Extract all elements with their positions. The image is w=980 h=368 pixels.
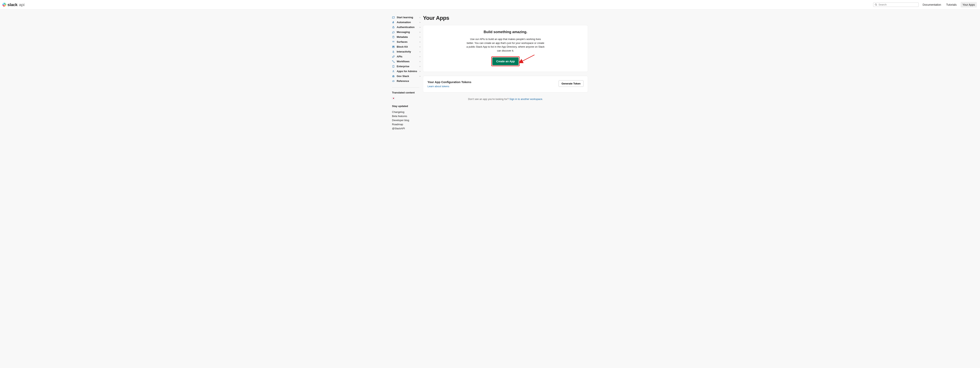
top-header: slack api Documentation Tutorials Your A… (0, 0, 980, 10)
sidebar-item-label: Block Kit (397, 45, 408, 48)
svg-point-5 (392, 41, 393, 41)
header-right-group: Documentation Tutorials Your Apps (873, 2, 977, 8)
sidebar-item-workflows[interactable]: Workflows▸ (392, 59, 420, 64)
annotation-arrow-icon (520, 54, 535, 64)
sidebar-item-label: Automation (397, 21, 411, 24)
signin-workspace-link[interactable]: Sign in to another workspace (509, 98, 542, 100)
doc-icon (392, 36, 395, 38)
signin-prefix-text: Don't see an app you're looking for? (468, 98, 509, 100)
hero-description: Use our APIs to build an app that makes … (466, 37, 545, 52)
blocks-icon (392, 46, 395, 48)
sidebar-item-authentication[interactable]: Authentication▸ (392, 25, 420, 30)
chevron-right-icon: ▸ (420, 51, 421, 53)
sidebar-item-interactivity[interactable]: Interactivity▸ (392, 49, 420, 54)
search-icon (875, 3, 877, 6)
svg-rect-11 (392, 46, 393, 47)
grid-icon (392, 41, 395, 43)
nav-tutorials[interactable]: Tutorials (945, 2, 958, 7)
sidebar-item-gov-slack[interactable]: Gov Slack▸ (392, 74, 420, 79)
main-content: Your Apps Build something amazing. Use o… (423, 15, 588, 130)
chevron-right-icon: ▸ (420, 21, 421, 23)
chevron-right-icon: ▸ (420, 65, 421, 67)
chevron-right-icon: ▸ (420, 56, 421, 58)
annotation-highlight-box: Create an App (492, 56, 520, 66)
japan-flag-icon[interactable] (392, 97, 395, 99)
learn-about-tokens-link[interactable]: Learn about tokens (428, 85, 449, 88)
stay-updated-heading: Stay updated (392, 105, 420, 108)
svg-rect-13 (392, 47, 394, 48)
sidebar-item-label: Metadata (397, 35, 408, 38)
chevron-right-icon: ▸ (420, 26, 421, 28)
svg-point-8 (392, 41, 393, 42)
gov-icon (392, 75, 395, 78)
sidebar-item-apis[interactable]: APIs▸ (392, 54, 420, 59)
sidebar-item-automation[interactable]: Automation▸ (392, 20, 420, 25)
lock-icon (392, 26, 395, 29)
footer-link--slackapi[interactable]: @SlackAPI (392, 126, 420, 130)
sidebar-item-metadata[interactable]: Metadata▸ (392, 35, 420, 40)
page-title: Your Apps (423, 15, 588, 21)
chevron-right-icon: ▸ (420, 75, 421, 77)
bolt-icon (392, 21, 395, 24)
slack-api-logo[interactable]: slack api (2, 2, 24, 7)
sidebar-item-label: Reference (397, 79, 409, 82)
code-icon (392, 80, 395, 82)
footer-link-developer-blog[interactable]: Developer blog (392, 118, 420, 122)
admin-icon (392, 70, 395, 73)
sidebar-item-label: Gov Slack (397, 75, 409, 78)
sidebar-item-label: APIs (397, 55, 402, 58)
slack-logo-icon (2, 3, 6, 7)
svg-point-10 (394, 41, 394, 42)
logo-text-bold: slack (8, 2, 18, 7)
link-icon (392, 55, 395, 58)
svg-rect-12 (394, 46, 395, 47)
sidebar-item-label: Authentication (397, 26, 415, 29)
search-wrap (873, 3, 919, 7)
svg-line-25 (522, 55, 535, 62)
svg-rect-3 (393, 36, 394, 38)
chevron-right-icon: ▸ (420, 16, 421, 18)
translated-content-heading: Translated content (392, 91, 420, 94)
signin-prompt: Don't see an app you're looking for? Sig… (423, 98, 588, 100)
footer-link-beta-features[interactable]: Beta features (392, 114, 420, 118)
nav-your-apps[interactable]: Your Apps (961, 2, 977, 8)
sidebar-item-apps-for-admins[interactable]: Apps for Admins▸ (392, 69, 420, 74)
svg-point-15 (394, 62, 395, 62)
footer-link-changelog[interactable]: Changelog (392, 110, 420, 114)
building-icon (392, 65, 395, 68)
generate-token-button[interactable]: Generate Token (558, 80, 584, 87)
svg-point-7 (394, 41, 394, 41)
sidebar-item-start-learning[interactable]: Start learning▸ (392, 15, 420, 20)
create-app-button[interactable]: Create an App (492, 57, 519, 65)
tokens-title: Your App Configuration Tokens (428, 80, 471, 84)
sidebar-item-label: Enterprise (397, 65, 409, 68)
map-icon (392, 16, 395, 19)
sidebar-item-label: Messaging (397, 30, 410, 33)
svg-point-19 (393, 70, 394, 71)
hero-title: Build something amazing. (431, 30, 580, 34)
footer-link-roadmap[interactable]: Roadmap (392, 122, 420, 126)
sidebar-item-block-kit[interactable]: Block Kit▸ (392, 44, 420, 49)
search-input[interactable] (873, 3, 919, 7)
chevron-right-icon: ▸ (420, 31, 421, 33)
tap-icon (392, 50, 395, 53)
sidebar-item-enterprise[interactable]: Enterprise▸ (392, 64, 420, 69)
svg-point-6 (393, 41, 394, 41)
sidebar-item-label: Apps for Admins (397, 70, 417, 73)
nav-documentation[interactable]: Documentation (921, 2, 942, 7)
sidebar-nav: Start learning▸Automation▸Authentication… (392, 15, 420, 130)
tokens-card: Your App Configuration Tokens Learn abou… (423, 76, 588, 92)
sidebar-item-label: Workflows (397, 60, 410, 63)
svg-line-23 (393, 80, 394, 82)
sidebar-item-surfaces[interactable]: Surfaces▸ (392, 40, 420, 44)
hero-card: Build something amazing. Use our APIs to… (423, 25, 588, 72)
chevron-right-icon: ▸ (420, 60, 421, 62)
flow-icon (392, 60, 395, 63)
svg-point-0 (875, 4, 877, 5)
sidebar-item-messaging[interactable]: Messaging▸ (392, 30, 420, 35)
sidebar-item-label: Interactivity (397, 50, 411, 53)
sidebar-item-reference[interactable]: Reference▸ (392, 79, 420, 84)
chevron-right-icon: ▸ (420, 36, 421, 38)
svg-rect-2 (393, 27, 394, 28)
signin-suffix-text: . (542, 98, 543, 100)
